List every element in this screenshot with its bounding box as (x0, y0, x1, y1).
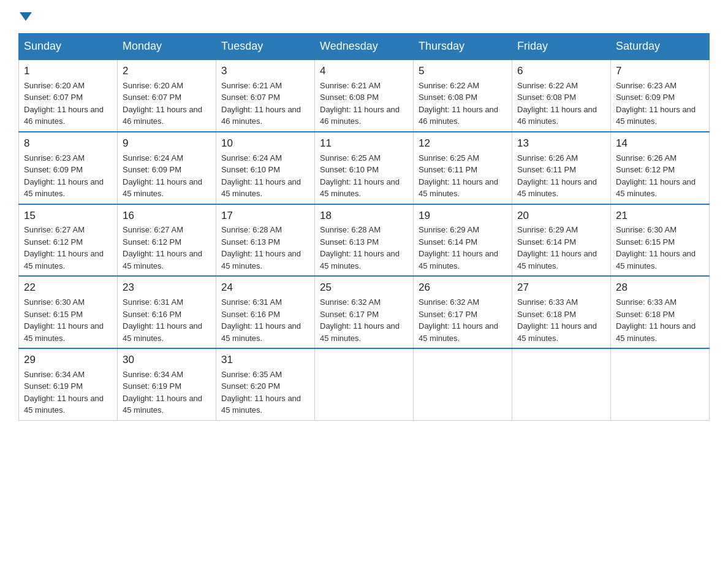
day-info: Sunrise: 6:26 AMSunset: 6:11 PMDaylight:… (517, 153, 597, 199)
calendar-week-row: 22 Sunrise: 6:30 AMSunset: 6:15 PMDaylig… (19, 276, 710, 348)
day-number: 20 (517, 209, 605, 223)
day-number: 18 (320, 209, 408, 223)
day-number: 25 (320, 280, 408, 295)
day-number: 21 (616, 209, 704, 223)
calendar-week-row: 1 Sunrise: 6:20 AMSunset: 6:07 PMDayligh… (19, 59, 710, 132)
day-info: Sunrise: 6:26 AMSunset: 6:12 PMDaylight:… (616, 153, 696, 199)
day-number: 13 (517, 136, 605, 151)
calendar-cell: 12 Sunrise: 6:25 AMSunset: 6:11 PMDaylig… (414, 132, 512, 204)
calendar-cell: 6 Sunrise: 6:22 AMSunset: 6:08 PMDayligh… (512, 59, 611, 132)
calendar-cell (414, 348, 512, 420)
day-info: Sunrise: 6:24 AMSunset: 6:09 PMDaylight:… (123, 153, 202, 199)
calendar-cell: 5 Sunrise: 6:22 AMSunset: 6:08 PMDayligh… (414, 59, 512, 132)
day-info: Sunrise: 6:27 AMSunset: 6:12 PMDaylight:… (24, 225, 104, 270)
day-info: Sunrise: 6:33 AMSunset: 6:18 PMDaylight:… (517, 297, 597, 343)
calendar-cell: 31 Sunrise: 6:35 AMSunset: 6:20 PMDaylig… (216, 348, 315, 420)
day-info: Sunrise: 6:25 AMSunset: 6:11 PMDaylight:… (419, 153, 498, 199)
calendar-cell: 13 Sunrise: 6:26 AMSunset: 6:11 PMDaylig… (512, 132, 611, 204)
day-info: Sunrise: 6:30 AMSunset: 6:15 PMDaylight:… (616, 225, 696, 270)
day-number: 28 (616, 280, 704, 295)
weekday-header-tuesday: Tuesday (216, 34, 315, 60)
day-info: Sunrise: 6:20 AMSunset: 6:07 PMDaylight:… (24, 81, 104, 126)
logo-arrow-icon (20, 12, 32, 21)
calendar-cell: 26 Sunrise: 6:32 AMSunset: 6:17 PMDaylig… (414, 276, 512, 348)
day-number: 12 (419, 136, 507, 151)
day-info: Sunrise: 6:31 AMSunset: 6:16 PMDaylight:… (221, 297, 301, 343)
day-info: Sunrise: 6:35 AMSunset: 6:20 PMDaylight:… (221, 370, 301, 415)
day-number: 9 (123, 136, 211, 151)
day-number: 19 (419, 209, 507, 223)
day-info: Sunrise: 6:34 AMSunset: 6:19 PMDaylight:… (123, 370, 202, 415)
calendar-cell: 4 Sunrise: 6:21 AMSunset: 6:08 PMDayligh… (315, 59, 414, 132)
calendar-cell: 16 Sunrise: 6:27 AMSunset: 6:12 PMDaylig… (118, 204, 216, 277)
day-number: 2 (123, 64, 211, 79)
day-info: Sunrise: 6:21 AMSunset: 6:07 PMDaylight:… (221, 81, 301, 126)
calendar-cell (611, 348, 710, 420)
day-number: 8 (24, 136, 112, 151)
day-info: Sunrise: 6:22 AMSunset: 6:08 PMDaylight:… (419, 81, 498, 126)
day-info: Sunrise: 6:27 AMSunset: 6:12 PMDaylight:… (123, 225, 202, 270)
weekday-header-saturday: Saturday (611, 34, 710, 60)
day-number: 10 (221, 136, 309, 151)
calendar-week-row: 8 Sunrise: 6:23 AMSunset: 6:09 PMDayligh… (19, 132, 710, 204)
weekday-header-friday: Friday (512, 34, 611, 60)
day-info: Sunrise: 6:22 AMSunset: 6:08 PMDaylight:… (517, 81, 597, 126)
day-number: 3 (221, 64, 309, 79)
day-info: Sunrise: 6:21 AMSunset: 6:08 PMDaylight:… (320, 81, 400, 126)
logo (18, 12, 33, 22)
calendar-cell: 29 Sunrise: 6:34 AMSunset: 6:19 PMDaylig… (19, 348, 118, 420)
day-number: 5 (419, 64, 507, 79)
day-number: 29 (24, 353, 112, 367)
calendar-cell: 21 Sunrise: 6:30 AMSunset: 6:15 PMDaylig… (611, 204, 710, 277)
day-number: 1 (24, 64, 112, 79)
calendar-week-row: 29 Sunrise: 6:34 AMSunset: 6:19 PMDaylig… (19, 348, 710, 420)
calendar-cell: 30 Sunrise: 6:34 AMSunset: 6:19 PMDaylig… (118, 348, 216, 420)
day-info: Sunrise: 6:20 AMSunset: 6:07 PMDaylight:… (123, 81, 202, 126)
day-number: 7 (616, 64, 704, 79)
weekday-header-thursday: Thursday (414, 34, 512, 60)
calendar-cell: 11 Sunrise: 6:25 AMSunset: 6:10 PMDaylig… (315, 132, 414, 204)
day-info: Sunrise: 6:25 AMSunset: 6:10 PMDaylight:… (320, 153, 400, 199)
calendar-cell: 7 Sunrise: 6:23 AMSunset: 6:09 PMDayligh… (611, 59, 710, 132)
day-info: Sunrise: 6:31 AMSunset: 6:16 PMDaylight:… (123, 297, 202, 343)
day-number: 17 (221, 209, 309, 223)
calendar-body: 1 Sunrise: 6:20 AMSunset: 6:07 PMDayligh… (19, 59, 710, 420)
day-info: Sunrise: 6:28 AMSunset: 6:13 PMDaylight:… (320, 225, 400, 270)
day-number: 27 (517, 280, 605, 295)
day-number: 30 (123, 353, 211, 367)
day-info: Sunrise: 6:29 AMSunset: 6:14 PMDaylight:… (517, 225, 597, 270)
calendar-cell: 9 Sunrise: 6:24 AMSunset: 6:09 PMDayligh… (118, 132, 216, 204)
calendar-cell: 19 Sunrise: 6:29 AMSunset: 6:14 PMDaylig… (414, 204, 512, 277)
calendar-cell: 27 Sunrise: 6:33 AMSunset: 6:18 PMDaylig… (512, 276, 611, 348)
day-info: Sunrise: 6:28 AMSunset: 6:13 PMDaylight:… (221, 225, 301, 270)
calendar-cell: 23 Sunrise: 6:31 AMSunset: 6:16 PMDaylig… (118, 276, 216, 348)
day-number: 16 (123, 209, 211, 223)
calendar-cell: 22 Sunrise: 6:30 AMSunset: 6:15 PMDaylig… (19, 276, 118, 348)
calendar-cell: 3 Sunrise: 6:21 AMSunset: 6:07 PMDayligh… (216, 59, 315, 132)
calendar-cell (512, 348, 611, 420)
day-info: Sunrise: 6:34 AMSunset: 6:19 PMDaylight:… (24, 370, 104, 415)
day-number: 22 (24, 280, 112, 295)
day-info: Sunrise: 6:24 AMSunset: 6:10 PMDaylight:… (221, 153, 301, 199)
day-info: Sunrise: 6:23 AMSunset: 6:09 PMDaylight:… (616, 81, 696, 126)
day-number: 31 (221, 353, 309, 367)
calendar-table: SundayMondayTuesdayWednesdayThursdayFrid… (18, 33, 710, 421)
day-number: 24 (221, 280, 309, 295)
day-info: Sunrise: 6:33 AMSunset: 6:18 PMDaylight:… (616, 297, 696, 343)
calendar-header: SundayMondayTuesdayWednesdayThursdayFrid… (19, 34, 710, 60)
day-info: Sunrise: 6:29 AMSunset: 6:14 PMDaylight:… (419, 225, 498, 270)
calendar-cell: 14 Sunrise: 6:26 AMSunset: 6:12 PMDaylig… (611, 132, 710, 204)
calendar-cell: 2 Sunrise: 6:20 AMSunset: 6:07 PMDayligh… (118, 59, 216, 132)
calendar-cell: 25 Sunrise: 6:32 AMSunset: 6:17 PMDaylig… (315, 276, 414, 348)
calendar-cell: 20 Sunrise: 6:29 AMSunset: 6:14 PMDaylig… (512, 204, 611, 277)
day-number: 11 (320, 136, 408, 151)
day-info: Sunrise: 6:30 AMSunset: 6:15 PMDaylight:… (24, 297, 104, 343)
page-header (18, 12, 710, 22)
day-info: Sunrise: 6:32 AMSunset: 6:17 PMDaylight:… (320, 297, 400, 343)
calendar-cell: 18 Sunrise: 6:28 AMSunset: 6:13 PMDaylig… (315, 204, 414, 277)
day-number: 15 (24, 209, 112, 223)
calendar-cell: 1 Sunrise: 6:20 AMSunset: 6:07 PMDayligh… (19, 59, 118, 132)
calendar-week-row: 15 Sunrise: 6:27 AMSunset: 6:12 PMDaylig… (19, 204, 710, 277)
calendar-cell: 10 Sunrise: 6:24 AMSunset: 6:10 PMDaylig… (216, 132, 315, 204)
calendar-cell: 8 Sunrise: 6:23 AMSunset: 6:09 PMDayligh… (19, 132, 118, 204)
